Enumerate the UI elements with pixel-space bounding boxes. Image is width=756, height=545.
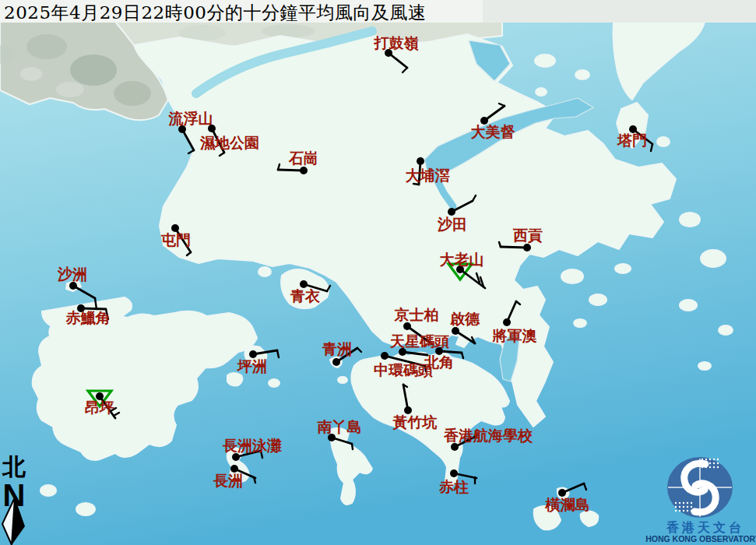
station-label: 坪洲 <box>237 357 267 374</box>
title-strip-right <box>483 0 756 23</box>
station-label: 青洲 <box>322 340 352 357</box>
station-label: 打鼓嶺 <box>374 34 419 51</box>
wind-map-page: 打鼓嶺流浮山濕地公園石崗大美督塔門大埔滘沙田西貢大老山屯門沙洲赤鱲角青衣青洲坪洲… <box>0 0 756 545</box>
hko-logo-chinese: 香港天文台 <box>666 520 744 535</box>
station-dot <box>448 208 455 216</box>
station-label: 大美督 <box>471 123 515 140</box>
station-dot <box>452 327 459 335</box>
station-label: 橫瀾島 <box>545 496 590 513</box>
station-label: 香港航海學校 <box>443 427 533 444</box>
station-label: 沙田 <box>437 216 467 233</box>
station-dot <box>403 322 411 330</box>
station-label: 長洲泳灘 <box>222 437 282 454</box>
station-dot <box>503 318 511 326</box>
page-title: 2025年4月29日22時00分的十分鐘平均風向及風速 <box>4 1 426 25</box>
station-label: 京士柏 <box>394 306 439 323</box>
station-label: 昂坪 <box>85 399 114 416</box>
station-dot <box>69 282 77 290</box>
station-label: 長洲 <box>213 472 243 489</box>
station-label: 流浮山 <box>168 110 213 127</box>
station-label: 石崗 <box>288 149 318 167</box>
station-dot <box>451 443 459 451</box>
station-dot <box>381 352 389 360</box>
station-label: 大埔滘 <box>406 167 450 184</box>
station-label: 赤鱲角 <box>65 309 111 326</box>
station-label: 北角 <box>424 353 454 371</box>
station-label: 西貢 <box>512 227 543 244</box>
station-dot <box>208 125 216 132</box>
station-dot <box>450 469 458 477</box>
wind-barb-feather <box>413 184 419 185</box>
station-label: 啟德 <box>449 310 480 327</box>
station-dot <box>300 167 308 174</box>
station-label: 沙洲 <box>57 265 87 283</box>
station-label: 將軍澳 <box>492 327 537 344</box>
station-label: 赤柱 <box>438 478 469 495</box>
station-label: 塔門 <box>617 132 647 149</box>
station-dot <box>523 244 531 251</box>
station-dot <box>232 453 240 461</box>
station-label: 屯門 <box>160 231 191 248</box>
station-label: 天星碼頭 <box>389 332 449 350</box>
hong-kong-wind-map: 打鼓嶺流浮山濕地公園石崗大美督塔門大埔滘沙田西貢大老山屯門沙洲赤鱲角青衣青洲坪洲… <box>0 0 756 545</box>
station-label: 大老山 <box>440 251 484 268</box>
wind-barb-staff <box>501 247 527 248</box>
wind-barb-feather <box>352 444 353 449</box>
station-dot <box>332 358 340 366</box>
station-label: 濕地公園 <box>199 134 259 151</box>
station-label: 南丫島 <box>317 418 362 435</box>
station-label: 青衣 <box>290 287 321 304</box>
station-dot <box>417 157 424 165</box>
hko-logo-english: HONG KONG OBSERVATORY <box>645 534 756 543</box>
station-label: 黃竹坑 <box>392 413 438 431</box>
north-hanzi-label: 北 <box>2 453 26 480</box>
